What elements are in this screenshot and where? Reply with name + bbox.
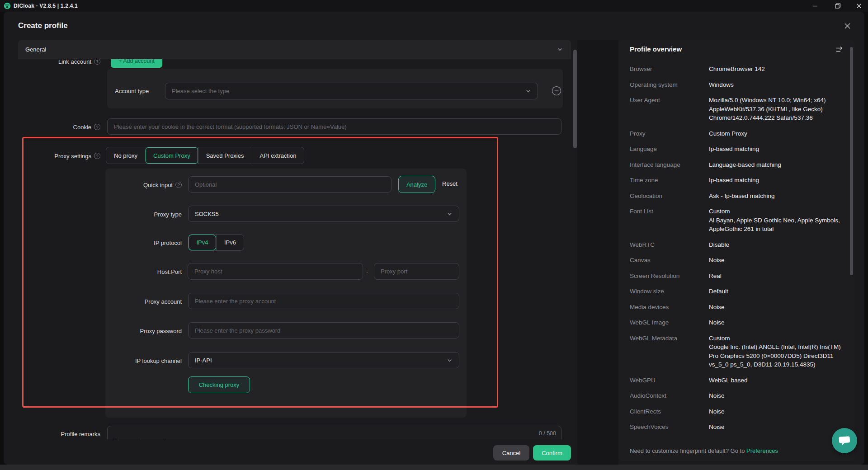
window-close-button[interactable] (850, 0, 868, 12)
host-port-separator: : (366, 268, 368, 274)
account-type-select[interactable]: Please select the type (165, 83, 538, 99)
dialog-title: Create profile (18, 21, 68, 30)
quick-input-label: Quick input ? (68, 181, 182, 189)
collapse-panel-icon[interactable] (835, 46, 844, 54)
ipv4-option[interactable]: IPv4 (189, 235, 216, 250)
overview-scrollbar[interactable] (850, 47, 853, 275)
remove-account-icon[interactable] (552, 86, 561, 96)
tab-api-extraction[interactable]: API extraction (252, 147, 304, 164)
section-general-header[interactable]: General (18, 40, 571, 59)
preferences-link[interactable]: Preferences (746, 447, 778, 454)
overview-rows: BrowserChromeBrowser 142 Operating syste… (630, 65, 850, 438)
checking-proxy-button[interactable]: Checking proxy (188, 376, 250, 393)
overview-row: WebGL MetadataCustom Google Inc. (Intel)… (630, 334, 850, 369)
fingerprint-note: Need to customize fingerprint default? G… (630, 447, 778, 454)
overview-row: Window sizeDefault (630, 287, 850, 296)
tab-custom-proxy[interactable]: Custom Proxy (145, 147, 198, 164)
form-scrollbar[interactable] (573, 50, 577, 148)
ip-lookup-value: IP-API (195, 357, 212, 364)
overview-row: Operating systemWindows (630, 80, 850, 89)
overview-row: BrowserChromeBrowser 142 (630, 65, 850, 74)
overview-row: GeolocationAsk - Ip-based matching (630, 192, 850, 201)
profile-remarks-label: Profile remarks (17, 430, 100, 438)
ipv6-option[interactable]: IPv6 (216, 235, 244, 250)
window-bottom-edge (0, 465, 868, 470)
proxy-account-input[interactable] (188, 293, 459, 309)
overview-row: User AgentMozilla/5.0 (Windows NT 10.0; … (630, 96, 850, 122)
overview-row: Media devicesNoise (630, 303, 850, 312)
chevron-down-icon (447, 357, 453, 363)
overview-row: LanguageIp-based matching (630, 145, 850, 154)
proxy-tabs: No proxy Custom Proxy Saved Proxies API … (106, 147, 304, 164)
overview-row: Interface languageLanguage-based matchin… (630, 160, 850, 169)
overview-row: Time zoneIp-based matching (630, 176, 850, 185)
proxy-settings-label: Proxy settings ? (17, 152, 100, 160)
proxy-account-label: Proxy account (68, 297, 182, 306)
overview-row: SpeechVoicesNoise (630, 423, 850, 432)
proxy-type-label: Proxy type (68, 210, 182, 218)
overview-row: Font ListCustom Al Bayan, Apple SD Gothi… (630, 207, 850, 234)
restore-button[interactable] (829, 0, 847, 12)
help-icon[interactable]: ? (94, 153, 100, 159)
cancel-button[interactable]: Cancel (493, 445, 529, 461)
host-port-label: Host:Port (68, 268, 182, 276)
help-icon[interactable]: ? (175, 182, 182, 188)
proxy-port-input[interactable] (374, 263, 459, 280)
proxy-type-value: SOCKS5 (195, 211, 219, 217)
overview-row: ClientRectsNoise (630, 407, 850, 416)
help-icon[interactable]: ? (94, 124, 100, 130)
proxy-host-input[interactable] (188, 263, 363, 280)
overview-title: Profile overview (630, 45, 682, 53)
overview-row: WebGL ImageNoise (630, 318, 850, 327)
overview-row: AudioContextNoise (630, 391, 850, 400)
minimize-button[interactable] (806, 0, 824, 12)
analyze-button[interactable]: Analyze (398, 176, 435, 193)
ip-protocol-group: IPv4 IPv6 (188, 234, 244, 251)
app-window: DICloak - V2.8.5 | 1.2.4.1 Create profil… (0, 0, 868, 470)
ip-lookup-label: IP lookup channel (68, 357, 182, 365)
chevron-down-icon (525, 88, 531, 94)
section-general-label: General (25, 46, 46, 53)
proxy-type-select[interactable]: SOCKS5 (188, 206, 459, 222)
reset-button[interactable]: Reset (442, 180, 458, 187)
chat-bubble-icon (838, 434, 851, 447)
proxy-password-label: Proxy password (68, 327, 182, 335)
quick-input-field[interactable] (188, 176, 392, 193)
tab-saved-proxies[interactable]: Saved Proxies (198, 147, 252, 164)
chevron-down-icon (447, 211, 453, 217)
overview-row: ProxyCustom Proxy (630, 129, 850, 138)
titlebar: DICloak - V2.8.5 | 1.2.4.1 (0, 0, 868, 12)
remarks-char-counter: 0 / 500 (502, 430, 556, 437)
overview-row: WebGPUWebGL based (630, 376, 850, 385)
account-type-label: Account type (115, 87, 160, 95)
support-chat-button[interactable] (832, 428, 857, 453)
chevron-down-icon (557, 47, 563, 52)
account-type-placeholder: Please select the type (172, 88, 229, 94)
app-title: DICloak - V2.8.5 | 1.2.4.1 (14, 3, 78, 9)
panel-gap (577, 40, 618, 465)
overview-row: Screen ResolutionReal (630, 272, 850, 281)
app-logo-icon (4, 2, 11, 9)
tab-no-proxy[interactable]: No proxy (106, 147, 145, 164)
overview-row: CanvasNoise (630, 256, 850, 265)
help-icon[interactable]: ? (94, 58, 100, 65)
ip-protocol-label: IP protocol (68, 239, 182, 247)
cookie-input[interactable] (107, 118, 561, 135)
cookie-label: Cookie ? (17, 123, 100, 131)
proxy-password-input[interactable] (188, 322, 459, 338)
dialog-footer (18, 439, 571, 465)
confirm-button[interactable]: Confirm (533, 445, 571, 461)
overview-row: WebRTCDisable (630, 240, 850, 249)
ip-lookup-select[interactable]: IP-API (188, 352, 459, 368)
dialog-close-icon[interactable] (844, 22, 851, 30)
